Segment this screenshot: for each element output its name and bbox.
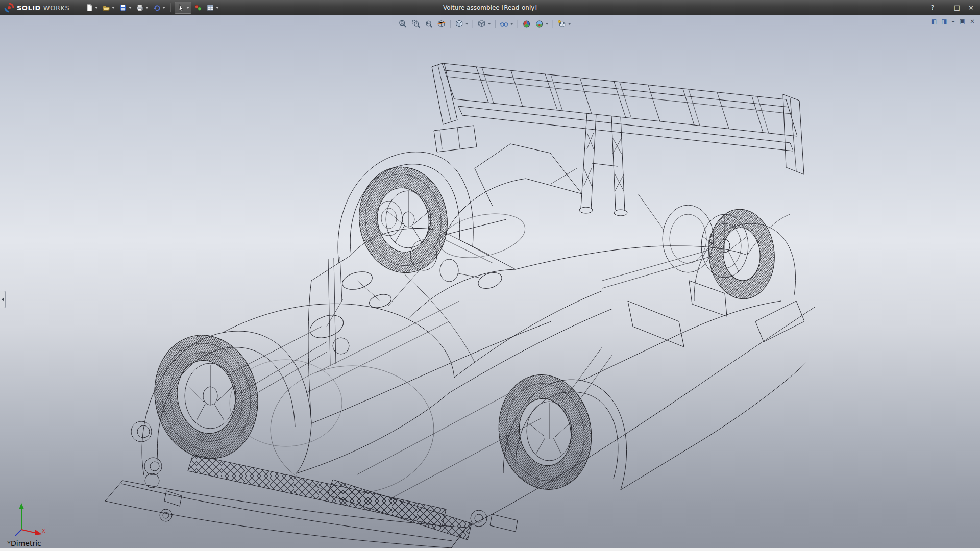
- undo-icon: [153, 4, 161, 12]
- toolbar-separator: [170, 3, 171, 12]
- collapse-arrow-icon: [2, 297, 4, 302]
- main-toolbar: [84, 2, 220, 14]
- properties-button[interactable]: [205, 2, 220, 14]
- solidworks-logo: SOLIDWORKS: [0, 3, 75, 13]
- section-view-button[interactable]: [435, 18, 448, 30]
- reference-triad: X: [11, 501, 47, 538]
- open-button[interactable]: [101, 2, 116, 14]
- previous-view-button[interactable]: [423, 18, 435, 30]
- scene-icon: [535, 19, 544, 29]
- appearance-ball-icon: [522, 19, 531, 29]
- display-style-button[interactable]: [476, 18, 493, 30]
- model-wireframe: [0, 15, 980, 551]
- status-bar-edge: [0, 548, 980, 551]
- edit-appearance-button[interactable]: [521, 18, 533, 30]
- eye-glasses-icon: [500, 19, 509, 29]
- view-orientation-button[interactable]: [453, 18, 470, 30]
- hide-show-items-button[interactable]: [498, 18, 515, 30]
- new-document-icon: [85, 4, 93, 12]
- apply-scene-button[interactable]: [533, 18, 550, 30]
- zoom-to-area-button[interactable]: [410, 18, 422, 30]
- view-orientation-label: *Dimetric: [7, 539, 41, 547]
- heads-up-view-toolbar: [397, 18, 573, 30]
- brand-name-light: WORKS: [43, 4, 69, 12]
- previous-view-icon: [424, 19, 433, 29]
- dropdown-caret[interactable]: [465, 23, 469, 25]
- help-button[interactable]: ?: [930, 0, 934, 15]
- hud-separator: [495, 20, 496, 28]
- dropdown-caret[interactable]: [216, 7, 219, 9]
- dropdown-caret[interactable]: [488, 23, 491, 25]
- select-cursor-icon: [177, 4, 185, 12]
- dropdown-caret[interactable]: [186, 7, 189, 9]
- appearance-button[interactable]: [192, 2, 204, 14]
- document-window-controls: ◧ ◨ – ▣ ×: [931, 18, 975, 25]
- display-style-icon: [477, 19, 486, 29]
- zoom-to-fit-button[interactable]: [397, 18, 409, 30]
- save-icon: [119, 4, 127, 12]
- print-button[interactable]: [134, 2, 150, 14]
- hud-separator: [450, 20, 451, 28]
- print-icon: [136, 4, 144, 12]
- new-button[interactable]: [84, 2, 100, 14]
- appearance-icon: [194, 4, 202, 12]
- solidworks-window: SOLIDWORKS: [0, 0, 980, 551]
- dropdown-caret[interactable]: [95, 7, 98, 9]
- view-settings-icon: [557, 19, 567, 29]
- hud-separator: [553, 20, 553, 28]
- section-view-icon: [437, 19, 446, 29]
- dropdown-caret[interactable]: [112, 7, 115, 9]
- dropdown-caret[interactable]: [129, 7, 132, 9]
- close-document-button[interactable]: ×: [970, 18, 975, 25]
- graphics-area[interactable]: ◧ ◨ – ▣ × X *Dimetric: [0, 15, 980, 551]
- dropdown-caret[interactable]: [568, 23, 571, 25]
- minimize-button[interactable]: –: [942, 0, 946, 15]
- open-folder-icon: [102, 4, 110, 12]
- undo-button[interactable]: [151, 2, 167, 14]
- properties-icon: [206, 4, 214, 12]
- feature-manager-collapse-tab[interactable]: [0, 291, 6, 308]
- dropdown-caret[interactable]: [145, 7, 149, 9]
- pane-left-button[interactable]: ◧: [931, 18, 937, 25]
- zoom-to-fit-icon: [399, 19, 408, 29]
- dropdown-caret[interactable]: [546, 23, 549, 25]
- select-tool-button[interactable]: [175, 2, 191, 14]
- hud-separator: [518, 20, 518, 28]
- brand-name-bold: SOLID: [17, 4, 41, 12]
- view-settings-button[interactable]: [556, 18, 573, 30]
- hud-separator: [473, 20, 473, 28]
- dropdown-caret[interactable]: [510, 23, 513, 25]
- title-bar: SOLIDWORKS: [0, 0, 980, 15]
- triad-x-label: X: [42, 528, 45, 534]
- close-button[interactable]: ×: [968, 0, 974, 15]
- maximize-button[interactable]: □: [954, 0, 960, 15]
- minimize-document-button[interactable]: –: [952, 18, 955, 25]
- view-cube-icon: [455, 19, 464, 29]
- window-controls: ? – □ ×: [930, 0, 980, 15]
- restore-document-button[interactable]: ▣: [960, 18, 965, 25]
- 3ds-logo-icon: [4, 3, 14, 13]
- dropdown-caret[interactable]: [162, 7, 165, 9]
- window-title: Voiture assomblee [Read-only]: [443, 0, 537, 15]
- save-button[interactable]: [117, 2, 133, 14]
- pane-right-button[interactable]: ◨: [941, 18, 947, 25]
- zoom-to-area-icon: [411, 19, 421, 29]
